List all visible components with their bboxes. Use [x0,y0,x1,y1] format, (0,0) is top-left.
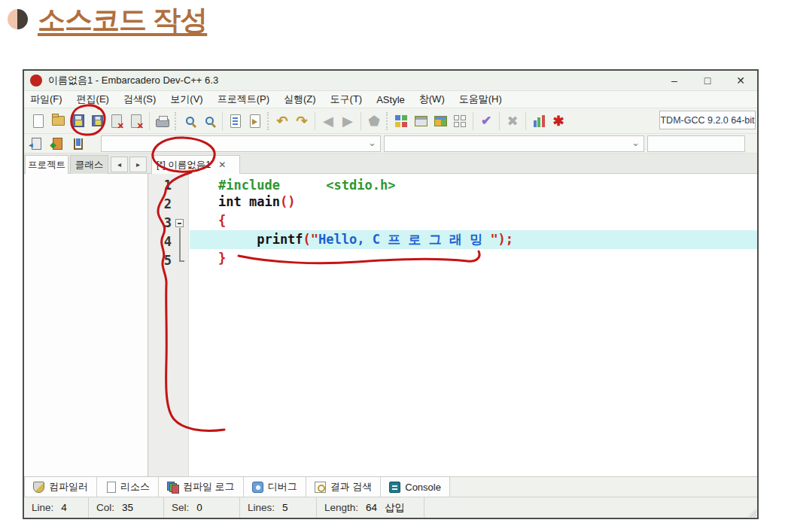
secondary-toolbar: ◂ ◆ ⌄ ⌄ [24,134,757,154]
menu-edit[interactable]: 편집(E) [77,93,109,106]
tab-classes[interactable]: 클래스 [70,155,108,174]
tab-compiler[interactable]: 컴파일러 [24,477,97,497]
app-icon [30,74,42,87]
menu-bar: 파일(F) 편집(E) 검색(S) 보기(V) 프로젝트(P) 실행(Z) 도구… [24,91,757,108]
resize-grip[interactable] [747,508,756,517]
class-combobox[interactable]: ⌄ [384,135,644,152]
code-line-3: { [190,211,757,230]
fold-marker-icon[interactable] [175,219,184,227]
tab-console[interactable]: Console [381,477,450,497]
member-combobox[interactable] [647,135,745,152]
tab-compile-log-label: 컴파일 로그 [183,480,235,494]
status-lines: Lines:5 [240,497,317,518]
resources-icon [107,482,116,493]
compiler-select[interactable]: TDM-GCC 9.2.0 64-bit [659,111,756,129]
project-panel[interactable] [24,174,148,476]
compile-icon[interactable] [391,111,411,131]
debug-icon [252,482,263,493]
replace-icon[interactable] [226,111,245,131]
find-icon[interactable] [180,111,199,131]
tab-debug-label: 디버그 [268,480,297,494]
tab-search-results-label: 결과 검색 [330,480,373,494]
tab-compiler-label: 컴파일러 [49,480,88,494]
back-icon[interactable]: ◀ [318,111,338,131]
tab-resources-label: 리소스 [120,480,150,494]
console-icon [389,482,400,493]
project-remove-icon[interactable]: ◆ [48,135,66,152]
tab-debug[interactable]: 디버그 [244,477,306,497]
tab-scroll-left-button[interactable]: ◂ [111,157,128,172]
slide-canvas: 소스코드 작성 이름없음1 - Embarcadero Dev-C++ 6.3 … [0,0,785,532]
save-icon[interactable] [68,111,87,131]
fold-line [179,228,181,260]
menu-astyle[interactable]: AStyle [376,94,405,105]
line-number: 3 [149,214,172,233]
tab-search-results[interactable]: 결과 검색 [306,477,382,497]
undo-icon[interactable]: ↶ [272,111,292,131]
line-number: 1 [149,176,172,195]
menu-help[interactable]: 도움말(H) [459,93,502,106]
tab-strip: 프로젝트 클래스 ◂ ▸ [*] 이름없음1 ✕ [24,154,757,174]
content-area: 1 2 3 4 5 #include <stdio.h> int main() … [24,174,757,476]
menu-view[interactable]: 보기(V) [170,93,202,106]
page-title: 소스코드 작성 [38,2,207,39]
goto-function-combobox[interactable]: ⌄ [101,135,381,152]
insert-snippet-icon[interactable] [69,135,87,152]
main-toolbar: ✕ ✕ ↶ ↷ ◀ ▶ ⬟ [24,108,757,134]
status-sel: Sel:0 [164,497,240,518]
close-file-icon[interactable]: ✕ [107,111,126,131]
fold-foot [179,260,184,262]
output-tab-bar: 컴파일러 리소스 컴파일 로그 디버그 결과 검색 [24,476,757,497]
menu-window[interactable]: 창(W) [419,93,445,106]
save-all-icon[interactable] [87,111,107,131]
ide-window: 이름없음1 - Embarcadero Dev-C++ 6.3 – □ ✕ 파일… [23,69,759,519]
tab-scroll-right-button[interactable]: ▸ [129,157,147,172]
chevron-down-icon: ⌄ [368,137,376,148]
code-line-2: int main() [190,193,757,211]
compile-log-icon [167,482,178,493]
profile-icon[interactable] [529,111,549,131]
editor-gutter: 1 2 3 4 5 [148,174,189,476]
line-number: 4 [149,233,172,251]
syntax-check-icon[interactable]: ✔ [476,111,496,131]
menu-execute[interactable]: 실행(Z) [284,93,316,106]
project-add-icon[interactable]: ◂ [27,135,45,152]
chevron-down-icon: ⌄ [631,137,640,148]
abort-icon[interactable]: ✖ [503,111,522,131]
menu-tools[interactable]: 도구(T) [330,93,363,106]
tab-console-label: Console [405,482,441,493]
close-all-icon[interactable]: ✕ [126,111,146,131]
window-titlebar: 이름없음1 - Embarcadero Dev-C++ 6.3 – □ ✕ [24,71,757,91]
document-tab-label: [*] 이름없음1 [157,159,211,172]
tab-compile-log[interactable]: 컴파일 로그 [159,477,244,497]
maximize-button[interactable]: □ [691,71,724,90]
rebuild-all-icon[interactable] [450,111,470,131]
compiler-icon [33,482,44,493]
status-line: Line:4 [24,497,89,518]
profiling-delete-icon[interactable]: ✱ [549,111,568,131]
tab-project[interactable]: 프로젝트 [25,155,68,174]
menu-project[interactable]: 프로젝트(P) [218,93,269,106]
print-icon[interactable] [153,111,172,131]
compile-current-icon[interactable] [411,111,431,131]
debug-shield-icon[interactable]: ⬟ [364,111,384,131]
window-title: 이름없음1 - Embarcadero Dev-C++ 6.3 [48,74,218,87]
close-button[interactable]: ✕ [724,71,757,90]
document-tab[interactable]: [*] 이름없음1 ✕ [151,155,240,174]
document-tab-close-icon[interactable]: ✕ [218,160,226,170]
find-in-files-icon[interactable] [199,111,219,131]
status-col: Col:35 [89,497,164,518]
tab-resources[interactable]: 리소스 [97,477,159,497]
menu-search[interactable]: 검색(S) [123,93,156,106]
forward-icon[interactable]: ▶ [338,111,358,131]
goto-line-icon[interactable] [245,111,265,131]
line-number: 5 [149,251,172,270]
run-icon[interactable] [431,111,450,131]
status-length: Length:64삽입 [317,497,424,518]
redo-icon[interactable]: ↷ [292,111,312,131]
new-file-icon[interactable] [29,111,48,131]
minimize-button[interactable]: – [658,71,691,90]
code-editor[interactable]: #include <stdio.h> int main() { printf("… [190,174,757,476]
open-file-icon[interactable] [48,111,68,131]
menu-file[interactable]: 파일(F) [30,93,62,106]
